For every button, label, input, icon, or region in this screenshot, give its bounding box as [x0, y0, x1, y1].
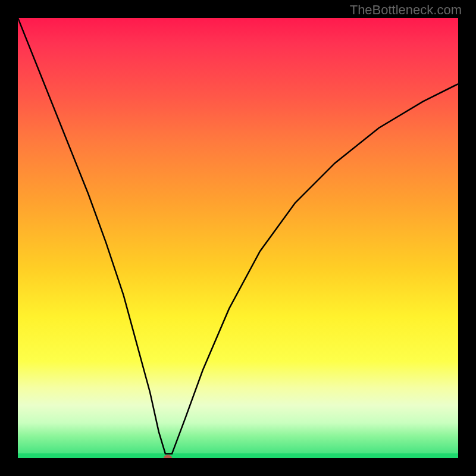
- curve-path: [18, 18, 458, 454]
- bottleneck-curve: [18, 18, 458, 458]
- watermark-text: TheBottleneck.com: [350, 2, 462, 18]
- plot-area: [18, 18, 458, 458]
- chart-frame: TheBottleneck.com: [0, 0, 476, 476]
- minimum-marker: [164, 455, 172, 459]
